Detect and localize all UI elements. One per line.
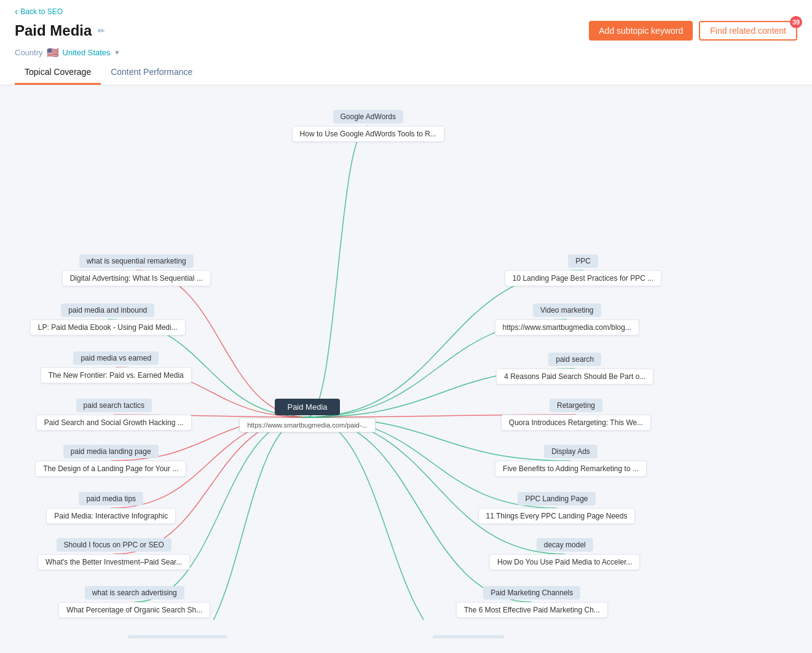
node-topic: paid media vs earned: [73, 351, 159, 365]
country-label: Country: [15, 48, 43, 57]
node-topic: paid media landing page: [63, 445, 159, 458]
center-node[interactable]: Paid Media https://www.smartbugmedia.com…: [246, 399, 369, 432]
node-sequential-remarketing[interactable]: what is sequential remarketing Digital A…: [43, 254, 230, 286]
node-content: Five Benefits to Adding Remarketing to .…: [495, 461, 647, 477]
node-content: The Design of a Landing Page for Your ..…: [35, 461, 186, 477]
node-topic: what is sequential remarketing: [79, 254, 194, 268]
node-content: LP: Paid Media Ebook - Using Paid Medi..…: [30, 319, 186, 335]
node-content: What's the Better Investment–Paid Sear..…: [37, 554, 190, 570]
node-topic: paid search tactics: [76, 399, 152, 412]
node-content: The 6 Most Effective Paid Marketing Ch..…: [456, 602, 608, 618]
page-title: Paid Media: [15, 22, 92, 39]
node-topic: PPC Landing Page: [518, 492, 595, 506]
node-topic: what is search advertising: [85, 586, 184, 600]
node-topic: PPC: [568, 254, 598, 268]
node-ppc-or-seo[interactable]: Should I focus on PPC or SEO What's the …: [25, 538, 203, 570]
node-content: https://www.smartbugmedia.com/blog...: [495, 319, 639, 335]
node-content: Paid Search and Social Growth Hacking ..…: [36, 415, 192, 431]
tab-content-performance[interactable]: Content Performance: [101, 61, 202, 85]
title-right: Add subtopic keyword Find related conten…: [589, 21, 797, 41]
main-content: Paid Media https://www.smartbugmedia.com…: [0, 85, 812, 638]
node-topic: paid media tips: [79, 492, 143, 506]
node-display-ads[interactable]: Display Ads Five Benefits to Adding Rema…: [479, 445, 662, 477]
node-video-marketing[interactable]: Video marketing https://www.smartbugmedi…: [486, 303, 648, 335]
title-left: Paid Media ✏: [15, 22, 105, 39]
page-header: Back to SEO Paid Media ✏ Add subtopic ke…: [0, 0, 812, 85]
node-content: Quora Introduces Retargeting: This We...: [501, 415, 651, 431]
back-link[interactable]: Back to SEO: [15, 6, 797, 17]
node-topic: Video marketing: [533, 303, 601, 317]
node-ppc[interactable]: PPC 10 Landing Page Best Practices for P…: [492, 254, 674, 286]
node-topic: Retargeting: [550, 399, 602, 412]
node-content: How to Use Google AdWords Tools to R...: [292, 126, 444, 142]
node-paid-landing-page[interactable]: paid media landing page The Design of a …: [22, 445, 200, 477]
node-search-advertising[interactable]: what is search advertising What Percenta…: [49, 586, 220, 618]
node-content: 11 Things Every PPC Landing Page Needs: [478, 508, 636, 524]
node-paid-search-tactics[interactable]: paid search tactics Paid Search and Soci…: [25, 399, 203, 431]
node-content: 10 Landing Page Best Practices for PPC .…: [505, 270, 661, 286]
country-row: Country 🇺🇸 United States ▼: [15, 47, 797, 61]
country-flag: 🇺🇸: [47, 47, 59, 58]
node-content: What Percentage of Organic Search Sh...: [58, 602, 210, 618]
node-paid-inbound[interactable]: paid media and inbound LP: Paid Media Eb…: [18, 303, 197, 335]
node-content: 4 Reasons Paid Search Should Be Part o..…: [496, 369, 653, 385]
node-paid-owned-earned[interactable]: paid owned earned media The Paid Media K…: [92, 635, 263, 638]
node-paid-vs-earned[interactable]: paid media vs earned The New Frontier: P…: [31, 351, 202, 383]
node-content: Digital Advertising: What Is Sequential …: [62, 270, 211, 286]
node-paid-marketing-ch[interactable]: Paid Marketing Channels The 6 Most Effec…: [443, 586, 621, 618]
node-retargeting[interactable]: Retargeting Quora Introduces Retargeting…: [489, 399, 663, 431]
node-topic: paid media and inbound: [61, 303, 154, 317]
node-paid-social-media[interactable]: paid social media Which Paid Media Chann…: [381, 635, 556, 638]
add-subtopic-button[interactable]: Add subtopic keyword: [589, 21, 693, 41]
country-selector[interactable]: United States: [63, 48, 111, 57]
node-topic: Google AdWords: [333, 110, 404, 123]
node-topic: paid search: [548, 353, 601, 366]
chevron-down-icon: ▼: [114, 49, 120, 56]
node-ppc-landing[interactable]: PPC Landing Page 11 Things Every PPC Lan…: [473, 492, 640, 524]
node-paid-tips[interactable]: paid media tips Paid Media: Interactive …: [34, 492, 189, 524]
node-paid-search[interactable]: paid search 4 Reasons Paid Search Should…: [486, 353, 664, 385]
mindmap: Paid Media https://www.smartbugmedia.com…: [12, 98, 800, 620]
node-topic: decay model: [537, 538, 593, 552]
node-topic: paid social media: [433, 635, 505, 638]
node-content: How Do You Use Paid Media to Acceler...: [489, 554, 640, 570]
tab-bar: Topical Coverage Content Performance: [15, 61, 797, 85]
badge-count: 39: [790, 16, 802, 28]
node-topic: Paid Marketing Channels: [483, 586, 580, 600]
node-topic: paid owned earned media: [128, 635, 227, 638]
edit-icon[interactable]: ✏: [98, 26, 105, 36]
node-topic: Should I focus on PPC or SEO: [57, 538, 171, 552]
tab-topical-coverage[interactable]: Topical Coverage: [15, 61, 101, 85]
node-content: The New Frontier: Paid vs. Earned Media: [41, 367, 192, 383]
title-row: Paid Media ✏ Add subtopic keyword Find r…: [15, 21, 797, 41]
node-decay-model[interactable]: decay model How Do You Use Paid Media to…: [479, 538, 650, 570]
find-related-button[interactable]: Find related content 39: [699, 21, 797, 41]
node-topic: Display Ads: [544, 445, 597, 458]
node-google-adwords[interactable]: Google AdWords How to Use Google AdWords…: [283, 110, 454, 142]
node-content: Paid Media: Interactive Infographic: [46, 508, 176, 524]
